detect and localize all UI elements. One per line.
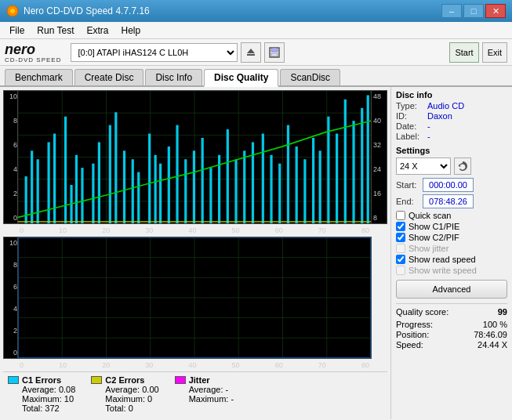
bottom-chart-y-0: 0 [4,349,17,357]
bottom-x-40: 40 [188,361,196,369]
c1-total-value: 372 [45,404,59,413]
top-chart-yr-48: 48 [373,92,387,100]
c2-color-box [91,376,102,384]
start-button[interactable]: Start [449,42,478,63]
id-value: Daxon [427,111,452,121]
menu-file[interactable]: File [3,24,31,38]
app-icon [6,5,19,17]
svg-rect-47 [209,168,212,223]
c1-max-value: 10 [64,394,74,404]
legend-jitter: Jitter Average: - Maximum: - [175,375,234,413]
c1-avg-label: Average: [22,385,56,394]
end-label: End: [396,197,419,206]
c1-total-label: Total: [22,404,42,413]
speed-select[interactable]: 24 X Maximum 4 X 8 X 16 X 32 X 48 X [396,158,451,175]
legend-c1: C1 Errors Average: 0.08 Maximum: 10 Tota… [8,375,75,413]
tab-create-disc[interactable]: Create Disc [74,69,144,85]
jitter-max-value: - [231,394,234,404]
svg-rect-45 [193,150,195,223]
svg-rect-39 [148,134,151,224]
main-content: 10 8 6 4 2 0 [0,87,512,419]
c2pif-label: Show C2/PIF [409,233,459,242]
c2pif-row: Show C2/PIF [396,233,507,242]
c1pie-checkbox[interactable] [396,222,405,231]
write-speed-label: Show write speed [409,266,477,275]
read-speed-checkbox[interactable] [396,255,405,264]
bottom-x-80: 80 [361,361,369,369]
bottom-x-20: 20 [102,361,110,369]
settings-title: Settings [396,146,507,155]
top-x-20: 20 [102,226,110,234]
end-time-input[interactable] [423,194,474,208]
bottom-x-60: 60 [275,361,283,369]
bottom-x-50: 50 [232,361,240,369]
maximize-button[interactable]: □ [463,4,484,18]
advanced-button[interactable]: Advanced [396,280,507,299]
bottom-x-70: 70 [318,361,326,369]
end-time-row: End: [396,194,507,208]
svg-rect-33 [98,142,100,223]
start-time-row: Start: [396,178,507,192]
window-controls: – □ ✕ [441,4,506,18]
menu-bar: File Run Test Extra Help [0,22,512,39]
date-value: - [427,121,430,131]
save-button[interactable] [264,42,285,63]
c2pif-checkbox[interactable] [396,233,405,242]
c1pie-label: Show C1/PIE [409,222,459,231]
type-label: Type: [396,101,424,110]
svg-rect-53 [262,134,264,224]
drive-select[interactable]: [0:0] ATAPI iHAS124 C LL0H [71,43,237,62]
c1-color-box [8,376,19,384]
progress-value: 100 % [483,320,507,329]
top-chart-yr-24: 24 [373,165,387,173]
jitter-checkbox[interactable] [396,244,405,253]
minimize-button[interactable]: – [441,4,462,18]
exit-button[interactable]: Exit [482,42,507,63]
top-chart-yr-40: 40 [373,117,387,125]
top-x-0: 0 [20,226,24,234]
refresh-icon [458,161,467,171]
menu-extra[interactable]: Extra [80,24,114,38]
svg-rect-62 [336,134,338,224]
svg-rect-26 [48,142,50,223]
write-speed-checkbox[interactable] [396,266,405,275]
menu-run-test[interactable]: Run Test [31,24,80,38]
svg-rect-38 [137,172,140,223]
tab-scandisc[interactable]: ScanDisc [280,69,340,85]
tab-disc-info[interactable]: Disc Info [145,69,202,85]
bottom-chart-y-4: 4 [4,305,17,313]
logo-nero: nero [5,42,35,57]
refresh-button[interactable] [454,158,471,175]
position-label: Position: [396,330,429,339]
c1pie-row: Show C1/PIE [396,222,507,231]
close-button[interactable]: ✕ [485,4,506,18]
title-bar: Nero CD-DVD Speed 4.7.7.16 – □ ✕ [0,0,512,22]
c1-label: C1 Errors [22,375,61,385]
c2-label: C2 Errors [105,375,144,385]
eject-icon [245,47,256,58]
top-x-70: 70 [318,226,326,234]
label-label: Label: [396,132,424,141]
progress-label: Progress: [396,320,433,329]
svg-rect-44 [184,159,187,223]
tab-disc-quality[interactable]: Disc Quality [204,69,278,87]
top-chart-y-2: 2 [4,190,17,197]
svg-rect-30 [75,155,78,223]
quality-section: Quality score: 99 [396,303,507,317]
eject-button[interactable] [241,42,261,63]
menu-help[interactable]: Help [115,24,147,38]
svg-marker-2 [247,49,255,53]
quick-scan-checkbox[interactable] [396,211,405,220]
svg-rect-56 [287,125,289,223]
tab-benchmark[interactable]: Benchmark [5,69,73,85]
svg-rect-24 [31,150,33,223]
top-chart-yr-32: 32 [373,141,387,149]
jitter-label: Show jitter [409,244,448,253]
jitter-avg-label: Average: [189,385,223,394]
bottom-chart-y-2: 2 [4,327,17,335]
start-time-input[interactable] [423,178,474,192]
chart-area: 10 8 6 4 2 0 [0,87,390,419]
svg-rect-40 [154,155,157,223]
bottom-chart-y-6: 6 [4,283,17,291]
svg-rect-31 [81,168,83,223]
